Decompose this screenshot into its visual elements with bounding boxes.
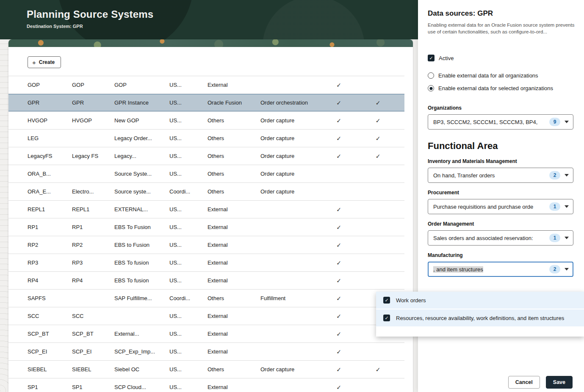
checkmark-icon: ✓ [320, 242, 358, 248]
cell-type: External [208, 259, 260, 266]
table-row[interactable]: RP3RP3EBS To fusionUS...External✓ [8, 254, 404, 272]
cancel-button[interactable]: Cancel [508, 376, 540, 389]
select-manufacturing[interactable]: , and item structures2 [428, 262, 573, 277]
left-decorative-pattern [0, 39, 8, 392]
cell-code: ORA_B... [28, 171, 72, 177]
cell-type: External [208, 277, 260, 284]
organizations-select[interactable]: BP3, SCCCM2, SCCCM1, SCCCM3, BP4, 9 [428, 114, 573, 130]
table-row[interactable]: SIEBELSIEBELSiebel OCUS...OthersOrder ca… [8, 361, 404, 378]
table-row[interactable]: RP4RP4EBS To fusionUS...External✓ [8, 272, 404, 290]
page-header: Planning Source Systems Destination Syst… [0, 0, 418, 39]
active-checkbox[interactable]: ✓ [428, 55, 435, 61]
panel-footer: Cancel Save [508, 376, 573, 389]
cell-code: RP1 [28, 224, 72, 230]
table-row[interactable]: RP1RP1EBS To FusionUS...External✓ [8, 218, 404, 236]
cell-code: ORA_E... [28, 188, 72, 195]
cell-desc: GPR Instance [114, 99, 169, 106]
table-row[interactable]: LEGLegacy Order...US...OthersOrder captu… [8, 130, 404, 147]
cell-usage: Order orchestration [260, 99, 320, 106]
cell-tz: US... [169, 366, 208, 373]
cell-code: REPL1 [28, 206, 72, 213]
select-procurement[interactable]: Purchase requisitions and purchase orde1 [428, 199, 573, 214]
table-row[interactable]: GOPGOPGOPUS...External✓ [8, 76, 404, 94]
cell-code: SCP_BT [28, 331, 72, 337]
functional-area-sections: Inventory and Materials ManagementOn han… [428, 158, 573, 277]
cell-desc: SAP Fulfillme... [114, 295, 169, 301]
caret-down-icon [565, 268, 569, 271]
cell-desc: GOP [114, 82, 169, 88]
active-checkbox-row[interactable]: ✓ Active [428, 55, 573, 61]
cell-code: RP3 [28, 259, 72, 266]
select-value-procurement: Purchase requisitions and purchase orde [433, 204, 546, 210]
manufacturing-dropdown-menu: ✓Work orders✓Resources, resource availab… [376, 292, 584, 337]
table-row[interactable]: GPRGPRGPR InstanceUS...Oracle FusionOrde… [8, 94, 404, 112]
section-order-management: Order ManagementSales orders and associa… [428, 221, 573, 246]
table-row[interactable]: REPL1REPL1EXTERNAL...US...External✓ [8, 201, 404, 218]
dropdown-option-label: Resources, resource availability, work d… [396, 315, 564, 321]
cell-name: SP1 [72, 384, 114, 390]
table-row[interactable]: SP1SP1SCP Cloud...US...External✓ [8, 378, 404, 392]
cell-code: GPR [28, 99, 72, 106]
radio-all-organizations[interactable]: Enable external data for all organizatio… [428, 72, 573, 79]
dropdown-option[interactable]: ✓Work orders [376, 292, 584, 309]
cell-name: SIEBEL [72, 366, 114, 373]
select-order-management[interactable]: Sales orders and associated reservation:… [428, 230, 573, 246]
radio-selected-organizations[interactable]: Enable external data for selected organi… [428, 85, 573, 91]
cell-tz: US... [169, 331, 208, 337]
cell-tz: US... [169, 242, 208, 248]
checkmark-icon: ✓ [320, 295, 358, 302]
cell-tz: Coordi... [169, 188, 208, 195]
cell-usage: Order capture [260, 135, 320, 141]
cell-type: External [208, 242, 260, 248]
cell-name: SCC [72, 313, 114, 319]
section-inventory-and-materials-management: Inventory and Materials ManagementOn han… [428, 158, 573, 183]
cell-name: SCP_BT [72, 331, 114, 337]
table-row[interactable]: HVGOPHVGOPNew GOPUS...OthersOrder captur… [8, 112, 404, 130]
cell-desc: SCP_Exp_Imp... [114, 348, 169, 355]
cell-desc: New GOP [114, 117, 169, 124]
cell-tz: US... [169, 99, 208, 106]
table-row[interactable]: LegacyFSLegacy FSLegacy...US...OthersOrd… [8, 147, 404, 165]
checkmark-icon: ✓ [358, 366, 398, 373]
section-manufacturing: Manufacturing, and item structures2 [428, 252, 573, 277]
decorative-banner [8, 39, 413, 47]
cell-desc: Legacy... [114, 153, 169, 159]
cell-usage: Order capture [260, 153, 320, 159]
radio-selected-icon[interactable] [428, 85, 434, 91]
cell-type: Others [208, 366, 260, 373]
dropdown-option-label: Work orders [396, 297, 426, 304]
cell-desc: External... [114, 331, 169, 337]
cell-desc: Source Syste... [114, 171, 169, 177]
radio-unselected-icon[interactable] [428, 72, 434, 79]
table-row[interactable]: ORA_B...Source Syste...US...OthersOrder … [8, 165, 404, 183]
table-row[interactable]: RP2RP2EBS to FusionUS...External✓ [8, 236, 404, 254]
cell-type: External [208, 82, 260, 88]
table-row[interactable]: SAPFSSAP Fulfillme...Coordi...OthersFulf… [8, 290, 404, 307]
cell-name: RP3 [72, 259, 114, 266]
checkmark-icon: ✓ [320, 99, 358, 106]
cell-tz: US... [169, 277, 208, 284]
table-row[interactable]: SCCSCCUS...External✓ [8, 307, 404, 325]
table-row[interactable]: ORA_E...Electro...Source syste...Coordi.… [8, 183, 404, 201]
caret-down-icon [565, 121, 569, 123]
save-button[interactable]: Save [546, 376, 573, 389]
checkbox-checked[interactable]: ✓ [383, 297, 390, 304]
select-value-order-management: Sales orders and associated reservation: [433, 235, 546, 241]
cell-tz: US... [169, 348, 208, 355]
checkmark-icon: ✓ [320, 259, 358, 266]
checkmark-icon: ✓ [320, 384, 358, 391]
cell-tz: US... [169, 171, 208, 177]
table-row[interactable]: SCP_EISCP_EISCP_Exp_Imp...US...External✓ [8, 343, 404, 361]
cell-tz: US... [169, 135, 208, 141]
select-inventory-and-materials-management[interactable]: On hand, Transfer orders2 [428, 168, 573, 183]
checkmark-icon: ✓ [320, 153, 358, 160]
caret-down-icon [565, 174, 569, 177]
dropdown-option[interactable]: ✓Resources, resource availability, work … [376, 309, 584, 327]
create-button[interactable]: + Create [28, 56, 61, 68]
cell-tz: US... [169, 313, 208, 319]
checkmark-icon: ✓ [320, 277, 358, 284]
checkbox-checked[interactable]: ✓ [383, 315, 390, 321]
table-row[interactable]: SCP_BTSCP_BTExternal...US...External✓ [8, 325, 404, 343]
checkmark-icon: ✓ [358, 99, 398, 106]
cell-type: External [208, 348, 260, 355]
